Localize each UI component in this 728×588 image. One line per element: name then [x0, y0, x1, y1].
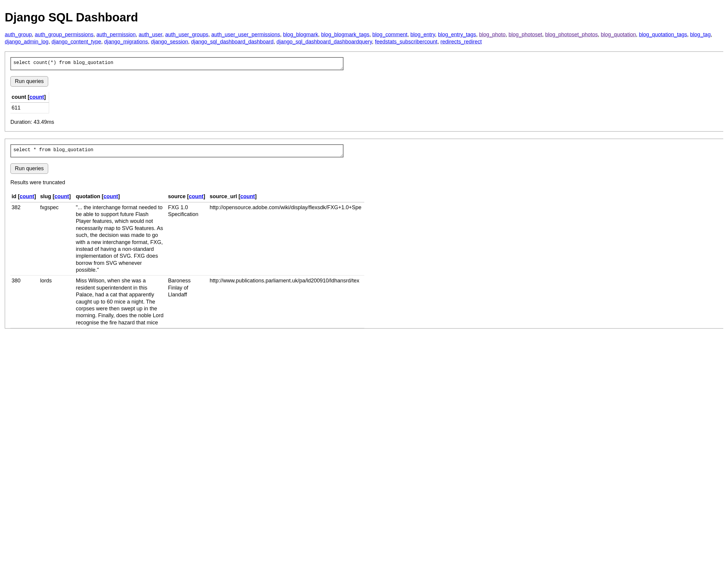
cell-source_url: http://opensource.adobe.com/wiki/display…: [208, 202, 364, 276]
query-block-2: Run queries Results were truncated id [c…: [5, 139, 723, 329]
column-header-quotation: quotation [count]: [75, 191, 167, 202]
duration-label: Duration: 43.49ms: [10, 119, 723, 126]
table-link-blog_tag[interactable]: blog_tag: [690, 31, 711, 38]
count-link-slug[interactable]: count: [54, 193, 69, 200]
table-link-django_admin_log[interactable]: django_admin_log: [5, 39, 48, 45]
cell-source: FXG 1.0 Specification: [167, 202, 208, 276]
table-link-django_sql_dashboard_dashboardquery[interactable]: django_sql_dashboard_dashboardquery: [277, 39, 372, 45]
table-link-django_content_type[interactable]: django_content_type: [51, 39, 101, 45]
table-link-django_sql_dashboard_dashboard[interactable]: django_sql_dashboard_dashboard: [191, 39, 273, 45]
cell-quotation: "... the interchange format needed to be…: [75, 202, 167, 276]
table-row: 382fxgspec"... the interchange format ne…: [10, 202, 364, 276]
query-block-1: Run queries count [count] 611 Duration: …: [5, 51, 723, 131]
count-link[interactable]: count: [29, 94, 44, 100]
table-link-auth_user_groups[interactable]: auth_user_groups: [165, 31, 208, 38]
table-link-auth_group_permissions[interactable]: auth_group_permissions: [35, 31, 93, 38]
table-link-blog_quotation_tags[interactable]: blog_quotation_tags: [639, 31, 687, 38]
result-table-1: count [count] 611: [10, 92, 49, 114]
cell-count-value: 611: [10, 102, 49, 113]
table-link-blog_blogmark[interactable]: blog_blogmark: [283, 31, 318, 38]
run-queries-button-1[interactable]: Run queries: [10, 76, 48, 87]
table-link-auth_user[interactable]: auth_user: [138, 31, 162, 38]
table-link-django_session[interactable]: django_session: [151, 39, 188, 45]
table-link-blog_photoset[interactable]: blog_photoset: [509, 31, 542, 38]
column-header-source_url: source_url [count]: [208, 191, 364, 202]
table-link-auth_permission[interactable]: auth_permission: [96, 31, 136, 38]
table-link-blog_entry[interactable]: blog_entry: [411, 31, 435, 38]
table-row: 611: [10, 102, 49, 113]
table-link-blog_entry_tags[interactable]: blog_entry_tags: [438, 31, 476, 38]
run-queries-button-2[interactable]: Run queries: [10, 163, 48, 174]
column-header-source: source [count]: [167, 191, 208, 202]
count-link-source_url[interactable]: count: [240, 193, 255, 200]
column-header-slug: slug [count]: [39, 191, 75, 202]
cell-slug: lords: [39, 276, 75, 328]
cell-source: Baroness Finlay of Llandaff: [167, 276, 208, 328]
table-link-auth_user_user_permissions[interactable]: auth_user_user_permissions: [212, 31, 280, 38]
result-table-2: id [count]slug [count]quotation [count]s…: [10, 191, 364, 328]
table-link-redirects_redirect[interactable]: redirects_redirect: [440, 39, 482, 45]
table-link-blog_quotation[interactable]: blog_quotation: [601, 31, 636, 38]
cell-quotation: Miss Wilson, when she was a resident sup…: [75, 276, 167, 328]
sql-input-2[interactable]: [10, 144, 344, 158]
column-header-id: id [count]: [10, 191, 39, 202]
cell-id: 380: [10, 276, 39, 328]
table-link-blog_photoset_photos[interactable]: blog_photoset_photos: [545, 31, 598, 38]
page-title: Django SQL Dashboard: [5, 9, 723, 25]
truncated-message: Results were truncated: [10, 179, 723, 186]
table-link-auth_group[interactable]: auth_group: [5, 31, 32, 38]
cell-slug: fxgspec: [39, 202, 75, 276]
count-link-id[interactable]: count: [20, 193, 34, 200]
cell-id: 382: [10, 202, 39, 276]
table-row: 380lordsMiss Wilson, when she was a resi…: [10, 276, 364, 328]
cell-source_url: http://www.publications.parliament.uk/pa…: [208, 276, 364, 328]
column-header-count: count [count]: [10, 92, 49, 103]
table-link-feedstats_subscribercount[interactable]: feedstats_subscribercount: [375, 39, 438, 45]
table-link-django_migrations[interactable]: django_migrations: [104, 39, 148, 45]
count-link-source[interactable]: count: [189, 193, 203, 200]
table-links: auth_group, auth_group_permissions, auth…: [5, 31, 723, 45]
count-link-quotation[interactable]: count: [104, 193, 118, 200]
table-link-blog_photo[interactable]: blog_photo: [479, 31, 506, 38]
sql-input-1[interactable]: [10, 57, 344, 70]
table-link-blog_comment[interactable]: blog_comment: [372, 31, 407, 38]
table-link-blog_blogmark_tags[interactable]: blog_blogmark_tags: [321, 31, 369, 38]
